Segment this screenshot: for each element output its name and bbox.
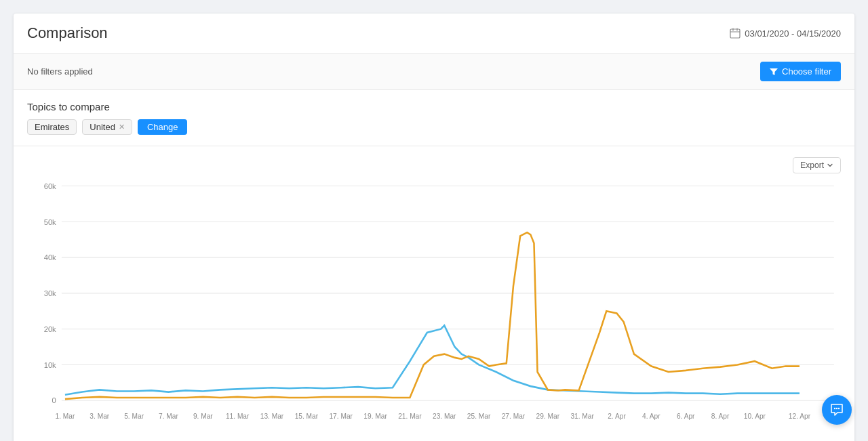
svg-text:30k: 30k (44, 289, 56, 297)
svg-point-39 (838, 408, 840, 409)
svg-text:5. Mar: 5. Mar (124, 412, 144, 419)
topics-label: Topics to compare (27, 101, 841, 112)
svg-text:19. Mar: 19. Mar (363, 412, 387, 419)
svg-text:27. Mar: 27. Mar (502, 412, 526, 419)
no-filters-label: No filters applied (27, 66, 93, 77)
tag-emirates-label: Emirates (35, 122, 69, 132)
svg-text:4. Apr: 4. Apr (642, 412, 660, 419)
svg-text:10k: 10k (44, 360, 56, 369)
svg-text:29. Mar: 29. Mar (536, 412, 560, 419)
svg-rect-0 (730, 29, 740, 38)
svg-text:11. Mar: 11. Mar (226, 412, 250, 419)
svg-text:6. Apr: 6. Apr (677, 412, 695, 419)
svg-text:31. Mar: 31. Mar (570, 412, 594, 419)
svg-text:12. Apr: 12. Apr (789, 412, 811, 419)
topics-tags: Emirates United ✕ Change (27, 119, 841, 135)
tag-united: United ✕ (82, 119, 132, 135)
svg-text:2. Apr: 2. Apr (608, 412, 626, 419)
svg-text:8. Apr: 8. Apr (711, 412, 730, 419)
svg-text:9. Mar: 9. Mar (193, 412, 213, 419)
emirates-line (65, 325, 800, 394)
chart-container: Export 60k 50k 40k 30k 2 (14, 146, 854, 441)
export-wrap: Export (27, 157, 841, 173)
svg-text:17. Mar: 17. Mar (329, 412, 353, 419)
tag-united-close[interactable]: ✕ (119, 123, 125, 131)
export-button[interactable]: Export (793, 157, 841, 173)
header: Comparison 03/01/2020 - 04/15/2020 (14, 14, 854, 54)
svg-text:7. Mar: 7. Mar (159, 412, 178, 419)
svg-text:1. Mar: 1. Mar (56, 412, 75, 419)
svg-text:3. Mar: 3. Mar (90, 412, 109, 419)
svg-text:21. Mar: 21. Mar (398, 412, 422, 419)
chart-area: 60k 50k 40k 30k 20k 10k 0 1. Mar 3. Mar … (27, 179, 841, 439)
choose-filter-button[interactable]: Choose filter (760, 62, 841, 81)
tag-united-label: United (90, 122, 115, 132)
choose-filter-label: Choose filter (782, 66, 831, 77)
date-range: 03/01/2020 - 04/15/2020 (730, 28, 841, 39)
svg-point-37 (834, 408, 835, 409)
svg-text:10. Apr: 10. Apr (744, 412, 766, 419)
chevron-down-icon (827, 162, 833, 169)
svg-text:23. Mar: 23. Mar (433, 412, 456, 419)
svg-text:15. Mar: 15. Mar (295, 412, 319, 419)
export-label: Export (800, 161, 824, 170)
tag-emirates: Emirates (27, 119, 77, 135)
chat-button[interactable] (822, 395, 852, 425)
svg-text:40k: 40k (44, 253, 56, 261)
filter-icon (770, 68, 778, 76)
svg-text:25. Mar: 25. Mar (467, 412, 491, 419)
line-chart: 60k 50k 40k 30k 20k 10k 0 1. Mar 3. Mar … (27, 179, 841, 436)
page-wrapper: Comparison 03/01/2020 - 04/15/2020 No fi… (14, 14, 854, 441)
chat-icon (829, 402, 844, 417)
svg-text:13. Mar: 13. Mar (260, 412, 284, 419)
svg-point-38 (836, 408, 837, 409)
svg-text:0: 0 (52, 396, 56, 404)
filter-bar: No filters applied Choose filter (14, 54, 854, 90)
change-button[interactable]: Change (138, 119, 188, 135)
svg-text:60k: 60k (44, 182, 56, 190)
svg-text:20k: 20k (44, 325, 56, 333)
topics-section: Topics to compare Emirates United ✕ Chan… (14, 90, 854, 146)
calendar-icon (730, 28, 741, 39)
date-range-text: 03/01/2020 - 04/15/2020 (745, 28, 841, 39)
page-title: Comparison (27, 24, 108, 42)
svg-text:50k: 50k (44, 217, 56, 226)
